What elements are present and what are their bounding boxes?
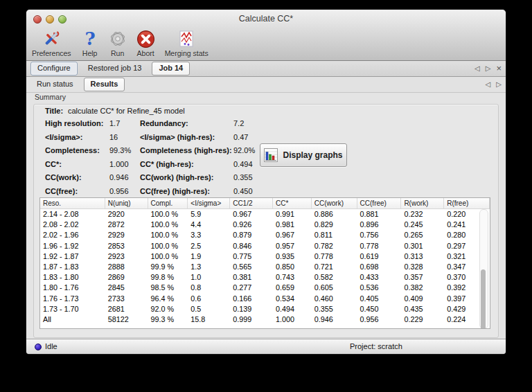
- table-row[interactable]: 1.76 - 1.73273396.4 %0.60.1660.5340.4600…: [40, 294, 490, 304]
- stat-value-high-res: 0.355: [233, 173, 253, 181]
- column-header-rwork[interactable]: R(work): [401, 198, 444, 208]
- table-cell: 99.8 %: [148, 272, 188, 283]
- stat-label-high-res: Completeness (high-res):: [140, 146, 232, 154]
- toolbar-button-help[interactable]: ?Help: [81, 29, 99, 57]
- table-cell: 1.0: [188, 272, 230, 283]
- table-cell: 0.999: [230, 314, 273, 325]
- titlebar[interactable]: Calculate CC*: [26, 10, 506, 28]
- table-row[interactable]: 1.80 - 1.76284598.5 %0.80.2770.6590.6050…: [40, 283, 490, 293]
- toolbar-button-label: Merging stats: [165, 49, 209, 57]
- stat-label: High resolution:: [45, 119, 103, 127]
- table-cell: 0.881: [357, 209, 402, 220]
- toolbar-button-merging-stats[interactable]: Merging stats: [165, 29, 209, 57]
- tab-restored-job-13[interactable]: Restored job 13: [82, 62, 148, 75]
- table-row[interactable]: 2.02 - 1.962929100.0 %3.30.8790.9670.811…: [40, 230, 490, 240]
- subtab-run-status[interactable]: Run status: [30, 78, 80, 91]
- table-cell: 0.5: [188, 304, 230, 314]
- scrollbar-thumb[interactable]: [481, 269, 486, 329]
- table-cell: 0.6: [188, 294, 230, 304]
- table-cell: 1.87 - 1.83: [40, 262, 105, 272]
- table-cell: 0.328: [401, 262, 444, 272]
- summary-title-row: Title: calculate CC* for Refine_45 model: [26, 107, 506, 118]
- toolbar-button-label: Preferences: [32, 49, 71, 57]
- table-cell: 0.829: [312, 220, 357, 230]
- table-row[interactable]: 1.83 - 1.80286999.8 %1.00.3810.7430.5820…: [40, 272, 490, 283]
- display-graphs-button[interactable]: Display graphs: [260, 143, 347, 167]
- stat-label-high-res: CC(free) (high-res):: [140, 187, 210, 195]
- table-cell: 2853: [105, 241, 148, 251]
- table-cell: 0.946: [312, 314, 357, 325]
- table-cell: 1.96 - 1.92: [40, 241, 105, 251]
- table-row[interactable]: 1.73 - 1.70268192.0 %0.50.1390.4940.3550…: [40, 304, 490, 314]
- table-cell: 2.5: [188, 241, 230, 251]
- column-header-rfree[interactable]: R(free): [444, 198, 490, 208]
- run-icon: [109, 29, 127, 48]
- table-body: 2.14 - 2.082920100.0 %5.90.9670.9910.886…: [40, 209, 490, 325]
- toolbar-button-preferences[interactable]: Preferences: [32, 29, 71, 57]
- table-cell: 0.957: [273, 241, 312, 251]
- table-cell: 92.0 %: [148, 304, 188, 314]
- prev-tab-arrow-icon[interactable]: ◁: [486, 81, 491, 88]
- column-header-cc[interactable]: CC*: [273, 198, 312, 208]
- next-tab-arrow-icon[interactable]: ▷: [486, 65, 491, 72]
- subtab-results[interactable]: Results: [84, 78, 125, 91]
- toolbar-button-abort[interactable]: Abort: [136, 29, 155, 57]
- table-cell: 0.313: [401, 251, 444, 262]
- table-cell: 0.743: [273, 272, 312, 283]
- table-cell: 0.619: [357, 251, 402, 262]
- table-cell: 5.9: [188, 209, 230, 220]
- table-row[interactable]: 1.87 - 1.83288899.9 %1.30.5650.8500.7210…: [40, 262, 490, 272]
- table-cell: 0.926: [230, 220, 273, 230]
- table-cell: 0.450: [357, 304, 402, 314]
- column-header-reso[interactable]: Reso.: [40, 198, 105, 208]
- table-cell: 0.357: [401, 272, 444, 283]
- stat-value: 0.946: [109, 173, 129, 181]
- stat-label: <I/sigma>:: [45, 133, 82, 141]
- table-cell: 0.166: [230, 294, 273, 304]
- toolbar-button-label: Run: [111, 49, 124, 57]
- table-cell: 2872: [105, 220, 148, 230]
- column-header-nuniq[interactable]: N(uniq): [105, 198, 148, 208]
- table-cell: 96.4 %: [148, 294, 188, 304]
- table-cell: 58122: [105, 314, 148, 325]
- column-header-ccfree[interactable]: CC(free): [357, 198, 402, 208]
- table-cell: 0.460: [312, 294, 357, 304]
- column-header-ccwork[interactable]: CC(work): [312, 198, 357, 208]
- tab-job-14[interactable]: Job 14: [152, 62, 190, 75]
- table-cell: 1.83 - 1.80: [40, 272, 105, 283]
- table-row[interactable]: 2.08 - 2.022872100.0 %4.40.9260.9810.829…: [40, 220, 490, 230]
- table-cell: 0.896: [357, 220, 402, 230]
- column-header-isigma[interactable]: <I/sigma>: [188, 198, 230, 208]
- close-tab-icon[interactable]: ×: [496, 64, 502, 73]
- table-cell: 0.775: [230, 251, 273, 262]
- table-row[interactable]: 1.96 - 1.922853100.0 %2.50.8460.9570.782…: [40, 241, 490, 251]
- window-title: Calculate CC*: [26, 10, 506, 28]
- column-header-compl[interactable]: Compl.: [148, 198, 188, 208]
- table-cell: 0.301: [401, 241, 444, 251]
- toolbar-button-run[interactable]: Run: [109, 29, 127, 57]
- next-tab-arrow-icon[interactable]: ▷: [496, 81, 502, 88]
- table-cell: 0.139: [230, 304, 273, 314]
- table-cell: 0.277: [230, 283, 273, 293]
- table-row[interactable]: 2.14 - 2.082920100.0 %5.90.9670.9910.886…: [40, 209, 490, 220]
- help-icon: ?: [81, 29, 99, 48]
- column-header-cc12[interactable]: CC1/2: [230, 198, 273, 208]
- prev-tab-arrow-icon[interactable]: ◁: [475, 65, 480, 72]
- tab-configure[interactable]: Configure: [30, 62, 78, 75]
- table-cell: 1.3: [188, 262, 230, 272]
- table-cell: 15.8: [188, 314, 230, 325]
- table-cell: 1.92 - 1.87: [40, 251, 105, 262]
- result-tab-bar: Run statusResults ◁ ▷: [26, 77, 506, 93]
- table-cell: 0.991: [273, 209, 312, 220]
- table-cell: 0.846: [230, 241, 273, 251]
- table-row[interactable]: 1.92 - 1.872923100.0 %1.90.7750.9350.778…: [40, 251, 490, 262]
- table-cell: 1.000: [273, 314, 312, 325]
- table-cell: 0.409: [401, 294, 444, 304]
- table-cell: 98.5 %: [148, 283, 188, 293]
- vertical-scrollbar[interactable]: [479, 209, 488, 329]
- table-cell: 0.605: [312, 283, 357, 293]
- bar-chart-icon: [264, 145, 278, 165]
- table-row[interactable]: All5812299.3 %15.80.9991.0000.9460.9560.…: [40, 314, 490, 325]
- table-cell: 0.811: [312, 230, 357, 240]
- table-cell: 0.405: [357, 294, 402, 304]
